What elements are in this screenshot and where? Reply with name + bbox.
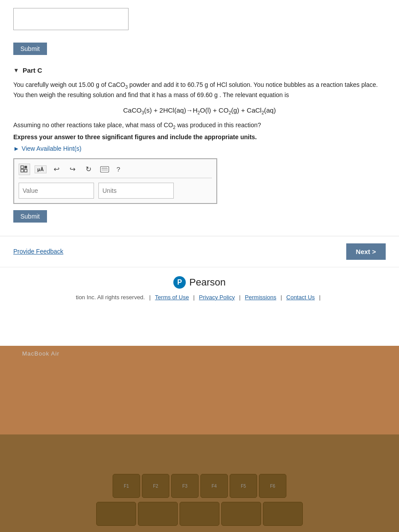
key-alt[interactable] — [180, 502, 219, 526]
part-c-label: Part C — [23, 66, 42, 74]
main-content: Submit ▼ Part C You carefully weigh out … — [0, 0, 399, 346]
value-input[interactable] — [19, 183, 94, 199]
submit-button[interactable]: Submit — [13, 210, 47, 223]
separator-2: | — [193, 294, 196, 301]
chemical-equation: CaCO3(s) + 2HCl(aq)→H2O(l) + CO2(g) + Ca… — [13, 106, 386, 115]
laptop-area: MacBook Air F1 F2 F3 F4 F5 F6 — [0, 346, 399, 532]
pearson-p-icon: P — [173, 276, 186, 289]
help-icon[interactable]: ? — [117, 165, 120, 173]
svg-point-9 — [105, 168, 105, 168]
keyboard-svg — [100, 166, 109, 172]
key-f2[interactable]: F2 — [142, 474, 169, 498]
hint-arrow-icon: ► — [13, 145, 20, 152]
terms-link[interactable]: Terms of Use — [155, 294, 189, 301]
separator-3: | — [239, 294, 242, 301]
key-f3[interactable]: F3 — [171, 474, 199, 498]
mu-button[interactable]: μÅ — [35, 165, 47, 173]
answer-toolbar: μÅ ↩ ↪ ↻ — [19, 164, 212, 178]
key-f4[interactable]: F4 — [200, 474, 228, 498]
copyright-text: tion Inc. All rights reserved. — [76, 294, 145, 301]
keyboard-row-1: F1 F2 F3 F4 F5 F6 — [113, 474, 286, 498]
footer-section: P Pearson tion Inc. All rights reserved.… — [0, 267, 399, 308]
matrix-icon[interactable] — [19, 164, 30, 175]
svg-point-8 — [103, 168, 104, 168]
undo-icon[interactable]: ↩ — [51, 164, 63, 175]
privacy-link[interactable]: Privacy Policy — [199, 294, 235, 301]
answer-fields — [19, 183, 212, 199]
hint-link[interactable]: ► View Available Hint(s) — [13, 145, 386, 152]
answer-box: μÅ ↩ ↪ ↻ — [13, 158, 217, 204]
express-text: Express your answer to three significant… — [13, 133, 386, 141]
bottom-nav: Provide Feedback Next > — [0, 236, 399, 267]
grid-svg — [20, 165, 28, 173]
part-c-header: ▼ Part C — [13, 66, 386, 74]
separator-5: | — [319, 294, 321, 301]
keyboard-row-2 — [96, 502, 303, 526]
svg-rect-3 — [24, 169, 27, 172]
footer-links: tion Inc. All rights reserved. | Terms o… — [13, 294, 386, 301]
key-f6[interactable]: F6 — [259, 474, 286, 498]
pearson-name: Pearson — [189, 277, 226, 288]
hint-label: View Available Hint(s) — [22, 145, 82, 152]
svg-rect-4 — [100, 166, 109, 172]
keyboard-icon[interactable] — [99, 164, 110, 175]
next-button[interactable]: Next > — [346, 243, 386, 260]
submit-button-top[interactable]: Submit — [13, 43, 47, 55]
permissions-link[interactable]: Permissions — [245, 294, 276, 301]
key-cmd[interactable] — [221, 502, 261, 526]
part-c-section: ▼ Part C You carefully weigh out 15.00 g… — [0, 62, 399, 236]
problem-text: You carefully weigh out 15.00 g of CaCO3… — [13, 80, 386, 100]
svg-point-7 — [102, 168, 102, 168]
reset-icon[interactable]: ↻ — [83, 164, 94, 175]
top-answer-input-box — [13, 8, 129, 30]
svg-point-10 — [106, 168, 106, 168]
redo-icon[interactable]: ↪ — [67, 164, 78, 175]
separator-4: | — [281, 294, 284, 301]
key-f1[interactable]: F1 — [113, 474, 140, 498]
keyboard-area: F1 F2 F3 F4 F5 F6 — [0, 434, 399, 532]
key-ctrl[interactable] — [138, 502, 178, 526]
contact-link[interactable]: Contact Us — [286, 294, 315, 301]
macbook-label: MacBook Air — [22, 350, 59, 357]
svg-rect-2 — [21, 169, 23, 172]
key-cmd2[interactable] — [263, 502, 303, 526]
pearson-logo: P Pearson — [13, 276, 386, 289]
provide-feedback-link[interactable]: Provide Feedback — [13, 248, 63, 255]
collapse-arrow-icon[interactable]: ▼ — [13, 67, 19, 74]
question-text: Assuming no other reactions take place, … — [13, 121, 386, 130]
top-input-area: Submit — [0, 0, 399, 62]
key-fn[interactable] — [96, 502, 136, 526]
separator-1: | — [149, 294, 153, 301]
key-f5[interactable]: F5 — [230, 474, 257, 498]
svg-rect-0 — [21, 166, 23, 168]
svg-rect-1 — [24, 166, 27, 168]
units-input[interactable] — [98, 183, 174, 199]
